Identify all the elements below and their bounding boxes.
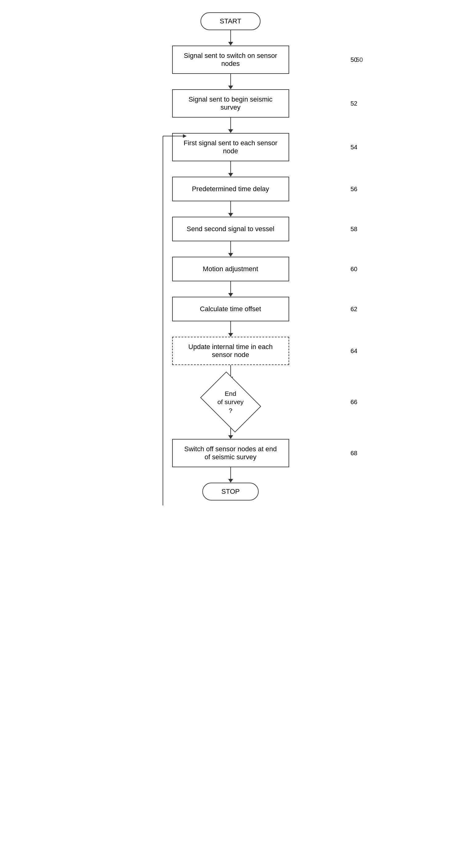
arrow-62-to-64 bbox=[228, 321, 233, 337]
flowchart: START Signal sent to switch on sensor no… bbox=[123, 12, 339, 500]
box-62: Calculate time offset bbox=[172, 297, 289, 321]
ref-label-62: 62 bbox=[350, 306, 357, 313]
box68-wrapper: Switch off sensor nodes at end of seismi… bbox=[123, 439, 339, 467]
box-64: Update internal time in each sensor node bbox=[172, 337, 289, 365]
arrow-56-to-58 bbox=[228, 201, 233, 217]
arrow-60-to-62 bbox=[228, 281, 233, 297]
box-52: Signal sent to begin seismic survey bbox=[172, 89, 289, 118]
arrow-start-to-50 bbox=[228, 30, 233, 45]
ref-label-60: 60 bbox=[350, 266, 357, 273]
box-68: Switch off sensor nodes at end of seismi… bbox=[172, 439, 289, 467]
box-50: Signal sent to switch on sensor nodes bbox=[172, 45, 289, 74]
box-56: Predetermined time delay bbox=[172, 177, 289, 201]
arrow-58-to-60 bbox=[228, 241, 233, 257]
arrow-54-to-56 bbox=[228, 161, 233, 177]
ref-label-58: 58 bbox=[350, 226, 357, 233]
box60-wrapper: Motion adjustment 60 bbox=[123, 257, 339, 281]
start-node-wrapper: START bbox=[123, 12, 339, 30]
box64-wrapper: Update internal time in each sensor node… bbox=[123, 337, 339, 365]
box62-wrapper: Calculate time offset 62 bbox=[123, 297, 339, 321]
box-54: First signal sent to each sensor node bbox=[172, 133, 289, 161]
loop-section: First signal sent to each sensor node 54… bbox=[123, 133, 339, 424]
ref-label-68: 68 bbox=[350, 450, 357, 457]
ref-label-54: 54 bbox=[350, 144, 357, 151]
box-58: Send second signal to vessel bbox=[172, 217, 289, 241]
ref-label-64: 64 bbox=[350, 347, 357, 354]
box52-wrapper: Signal sent to begin seismic survey 52 bbox=[123, 89, 339, 118]
diamond-66: Endof survey? bbox=[200, 380, 261, 424]
ref-label-66: 66 bbox=[350, 399, 357, 406]
stop-capsule: STOP bbox=[202, 483, 259, 500]
box54-wrapper: First signal sent to each sensor node 54 bbox=[123, 133, 339, 161]
start-capsule: START bbox=[200, 12, 260, 30]
diamond-text-66: Endof survey? bbox=[218, 390, 243, 414]
arrow-52-to-54 bbox=[228, 118, 233, 133]
arrow-50-to-52 bbox=[228, 74, 233, 89]
box50-wrapper: Signal sent to switch on sensor nodes 50… bbox=[123, 45, 339, 74]
box-60: Motion adjustment bbox=[172, 257, 289, 281]
ref-label-56: 56 bbox=[350, 186, 357, 193]
arrow-68-to-stop bbox=[228, 467, 233, 483]
diamond66-wrapper: Endof survey? 66 bbox=[123, 380, 339, 424]
box58-wrapper: Send second signal to vessel 58 bbox=[123, 217, 339, 241]
box56-wrapper: Predetermined time delay 56 bbox=[123, 177, 339, 201]
ref-label-50: 50 bbox=[350, 56, 357, 63]
stop-node-wrapper: STOP bbox=[123, 483, 339, 500]
ref-label-52: 52 bbox=[350, 100, 357, 107]
